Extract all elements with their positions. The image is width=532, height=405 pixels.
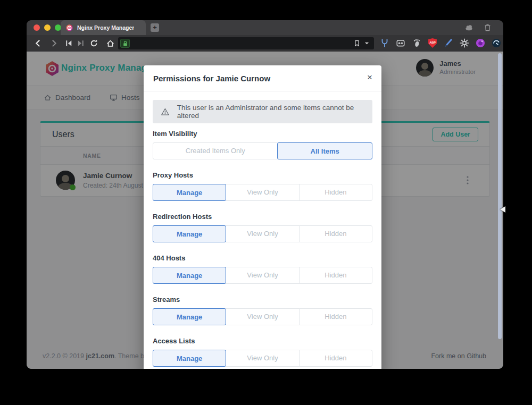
item-visibility-segment: Created Items OnlyAll Items xyxy=(153,142,372,159)
browser-tab[interactable]: Nginx Proxy Manager xyxy=(61,20,146,35)
option-hidden[interactable]: Hidden xyxy=(299,308,372,325)
reload-icon[interactable] xyxy=(89,39,98,48)
forward-icon[interactable] xyxy=(49,39,59,48)
option-hidden[interactable]: Hidden xyxy=(299,184,372,201)
modal-close-icon[interactable]: × xyxy=(367,72,372,83)
permission-group-proxy-hosts: Proxy HostsManageView OnlyHidden xyxy=(153,171,372,201)
ext-pen-icon[interactable] xyxy=(444,38,453,48)
option-manage[interactable]: Manage xyxy=(153,184,226,201)
skip-start-icon[interactable] xyxy=(64,39,73,48)
new-tab-button[interactable]: + xyxy=(151,23,159,32)
window-minimize-button[interactable] xyxy=(44,24,51,31)
skip-end-icon[interactable] xyxy=(76,39,85,48)
option-manage[interactable]: Manage xyxy=(153,225,226,242)
tab-favicon-icon xyxy=(66,24,73,31)
option-view-only[interactable]: View Only xyxy=(226,184,299,201)
option-manage[interactable]: Manage xyxy=(153,350,226,367)
permission-segment: ManageView OnlyHidden xyxy=(153,308,372,325)
address-bar[interactable] xyxy=(118,37,374,49)
ext-adblock-icon[interactable]: ABP xyxy=(428,38,437,48)
modal-title: Permissions for Jamie Curnow xyxy=(153,74,270,83)
option-view-only[interactable]: View Only xyxy=(226,308,299,325)
bookmarks-caret-icon[interactable] xyxy=(364,41,370,46)
permission-group-access-lists: Access ListsManageView OnlyHidden xyxy=(153,337,372,367)
browser-window: Nginx Proxy Manager + xyxy=(27,20,503,369)
option-view-only[interactable]: View Only xyxy=(226,225,299,242)
browser-titlebar: Nginx Proxy Manager + xyxy=(27,20,503,35)
admin-alert: This user is an Administrator and some i… xyxy=(153,100,372,123)
group-label: Streams xyxy=(153,296,372,304)
option-hidden[interactable]: Hidden xyxy=(299,225,372,242)
ext-fork-icon[interactable] xyxy=(380,38,389,48)
item-visibility-group: Item Visibility Created Items OnlyAll It… xyxy=(153,130,372,159)
permission-segment: ManageView OnlyHidden xyxy=(153,267,372,284)
page-viewport: Nginx Proxy Manager James Administrator … xyxy=(27,52,503,369)
https-lock-icon[interactable] xyxy=(120,39,130,48)
cloud-icon[interactable] xyxy=(464,23,473,31)
group-label: 404 Hosts xyxy=(153,254,372,263)
group-label: Redirection Hosts xyxy=(153,213,372,221)
option-all-items[interactable]: All Items xyxy=(277,142,372,159)
tab-title: Nginx Proxy Manager xyxy=(77,24,134,31)
back-icon[interactable] xyxy=(34,39,43,48)
screenshot-stage: Nginx Proxy Manager + xyxy=(0,0,532,405)
ext-gear-icon[interactable] xyxy=(460,38,469,48)
option-manage[interactable]: Manage xyxy=(153,267,226,284)
admin-alert-text: This user is an Administrator and some i… xyxy=(177,104,364,120)
modal-header: Permissions for Jamie Curnow × xyxy=(144,65,381,91)
home-icon[interactable] xyxy=(106,39,115,48)
permission-group-404-hosts: 404 HostsManageView OnlyHidden xyxy=(153,254,372,284)
option-hidden[interactable]: Hidden xyxy=(299,350,372,367)
browser-toolbar: ABP xyxy=(27,35,503,52)
permission-group-redirection-hosts: Redirection HostsManageView OnlyHidden xyxy=(153,213,372,242)
ext-purple-icon[interactable] xyxy=(476,38,485,48)
option-hidden[interactable]: Hidden xyxy=(299,267,372,284)
option-view-only[interactable]: View Only xyxy=(226,350,299,367)
window-close-button[interactable] xyxy=(34,24,40,31)
warning-triangle-icon xyxy=(161,107,170,116)
group-label: Access Lists xyxy=(153,337,372,345)
group-label: Proxy Hosts xyxy=(153,171,372,180)
permission-segment: ManageView OnlyHidden xyxy=(153,225,372,242)
modal-body: This user is an Administrator and some i… xyxy=(144,91,381,369)
permissions-modal: Permissions for Jamie Curnow × This user… xyxy=(144,65,381,369)
ext-gauge-icon[interactable] xyxy=(492,38,501,48)
ext-gnome-foot-icon[interactable] xyxy=(412,38,421,48)
page-scrollbar-thumb[interactable] xyxy=(498,53,502,339)
mouse-cursor xyxy=(500,206,505,213)
permission-groups: Proxy HostsManageView OnlyHiddenRedirect… xyxy=(153,171,372,367)
option-manage[interactable]: Manage xyxy=(153,308,226,325)
option-view-only[interactable]: View Only xyxy=(226,267,299,284)
group-label: Item Visibility xyxy=(153,130,372,138)
permission-group-streams: StreamsManageView OnlyHidden xyxy=(153,296,372,325)
permission-segment: ManageView OnlyHidden xyxy=(153,184,372,201)
ext-containers-icon[interactable] xyxy=(396,38,405,48)
trash-icon[interactable] xyxy=(484,23,492,32)
bookmark-icon[interactable] xyxy=(353,39,361,47)
option-created-items-only[interactable]: Created Items Only xyxy=(153,142,278,159)
permission-segment: ManageView OnlyHidden xyxy=(153,350,372,367)
